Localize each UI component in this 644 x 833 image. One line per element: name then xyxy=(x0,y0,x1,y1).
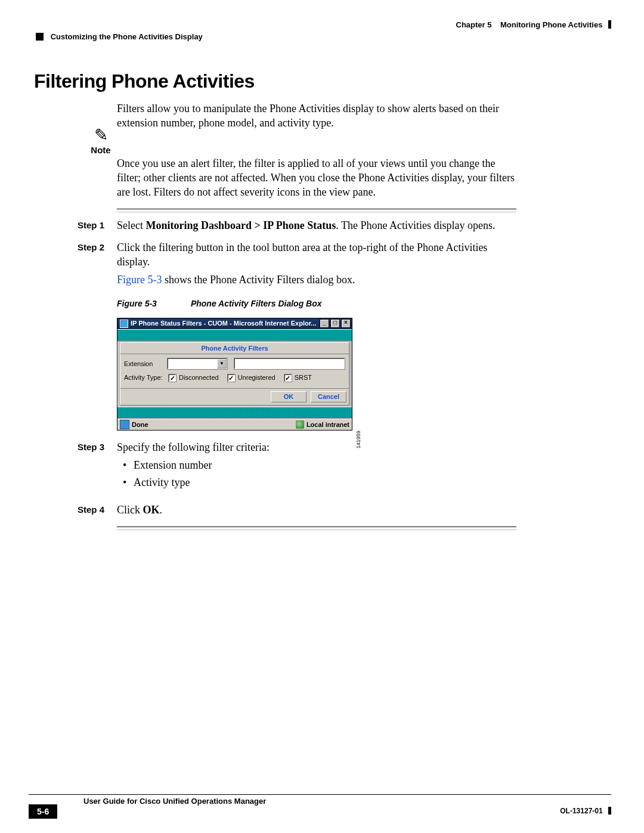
header-bar-icon xyxy=(608,20,611,29)
footer-page-number: 5-6 xyxy=(29,804,57,819)
note-text: Once you use an alert filter, the filter… xyxy=(117,156,516,200)
step-body: Click the filtering button in the tool b… xyxy=(117,240,516,433)
list-item: Activity type xyxy=(134,475,516,490)
dialog-button-row: OK Cancel xyxy=(120,389,349,405)
header-chapter: Chapter 5 Monitoring Phone Activities xyxy=(456,20,611,29)
list-item: Extension number xyxy=(134,458,516,472)
step-text: Click the filtering button in the tool b… xyxy=(117,240,516,270)
doc-number-text: OL-13127-01 xyxy=(560,807,602,815)
status-done: Done xyxy=(132,420,148,429)
step-2: Step 2 Click the filtering button in the… xyxy=(78,240,516,433)
step-text: Click xyxy=(117,504,143,516)
dialog-toolbar-bottom xyxy=(117,407,352,419)
step-text: Specify the following filter criteria: xyxy=(117,441,270,453)
intro-paragraph: Filters allow you to manipulate the Phon… xyxy=(117,101,516,131)
page-title: Filtering Phone Activities xyxy=(34,70,255,92)
step-text: Select xyxy=(117,219,145,231)
note-gutter: ✎ Note xyxy=(86,127,115,155)
extension-label: Extension xyxy=(124,360,167,368)
figure-title: Phone Activity Filters Dialog Box xyxy=(191,299,322,308)
footer-bar-icon xyxy=(608,807,611,815)
step-body: Select Monitoring Dashboard > IP Phone S… xyxy=(117,218,516,233)
intranet-zone-icon xyxy=(296,420,304,429)
step-label: Step 2 xyxy=(78,240,117,433)
step-text: . The Phone Activities display opens. xyxy=(336,219,495,231)
body-column: Filters allow you to manipulate the Phon… xyxy=(117,101,516,532)
step-text: shows the Phone Activity Filters dialog … xyxy=(162,274,355,286)
steps-block: Step 1 Select Monitoring Dashboard > IP … xyxy=(117,218,516,517)
step-1: Step 1 Select Monitoring Dashboard > IP … xyxy=(78,218,516,233)
criteria-list: Extension number Activity type xyxy=(117,458,516,490)
checkbox-unregistered[interactable] xyxy=(227,374,236,382)
status-zone: Local intranet xyxy=(306,420,349,429)
checkbox-srst[interactable] xyxy=(284,374,292,382)
step-text: . xyxy=(160,504,163,516)
chapter-number: Chapter 5 xyxy=(456,20,492,29)
step-bold: OK xyxy=(143,504,160,516)
separator-double-end xyxy=(117,527,516,530)
step-body: Specify the following filter criteria: E… xyxy=(117,440,516,496)
checkbox-disconnected[interactable] xyxy=(168,374,177,382)
note-label: Note xyxy=(86,145,115,155)
dialog-statusbar: Done Local intranet xyxy=(117,419,352,430)
step-label: Step 4 xyxy=(78,503,117,517)
section-title: Customizing the Phone Activities Display xyxy=(51,32,203,41)
extension-combo[interactable] xyxy=(167,358,228,370)
step-bold: Monitoring Dashboard > IP Phone Status xyxy=(145,219,336,231)
page-icon xyxy=(120,420,129,429)
header-section: Customizing the Phone Activities Display xyxy=(36,32,203,41)
chapter-title: Monitoring Phone Activities xyxy=(500,20,602,29)
cancel-button[interactable]: Cancel xyxy=(311,391,346,402)
dialog-title-text: IP Phone Status Filters - CUOM - Microso… xyxy=(131,319,318,328)
activity-type-label: Activity Type: xyxy=(124,373,167,382)
figure-caption: Figure 5-3 Phone Activity Filters Dialog… xyxy=(117,298,516,309)
ie-icon xyxy=(120,320,128,328)
square-bullet-icon xyxy=(36,33,44,41)
close-button[interactable]: × xyxy=(341,319,351,328)
activity-type-row: Activity Type: Disconnected Unregistered… xyxy=(124,373,345,382)
ie-dialog-window: IP Phone Status Filters - CUOM - Microso… xyxy=(117,318,352,431)
minimize-button[interactable]: _ xyxy=(320,319,329,328)
separator-double xyxy=(117,209,516,212)
checkbox-label: Disconnected xyxy=(179,373,219,382)
dialog-subheader: Phone Activity Filters xyxy=(120,342,349,355)
step-4: Step 4 Click OK. xyxy=(78,503,516,517)
dialog-titlebar: IP Phone Status Filters - CUOM - Microso… xyxy=(117,318,352,329)
document-page: Chapter 5 Monitoring Phone Activities Cu… xyxy=(0,0,644,833)
extension-text-input[interactable] xyxy=(234,358,345,370)
footer-guide-title: User Guide for Cisco Unified Operations … xyxy=(83,797,266,806)
extension-row: Extension xyxy=(124,358,345,370)
step-3: Step 3 Specify the following filter crit… xyxy=(78,440,516,496)
ok-button[interactable]: OK xyxy=(271,391,306,402)
checkbox-label: Unregistered xyxy=(238,373,275,382)
checkbox-label: SRST xyxy=(295,373,312,382)
maximize-button[interactable]: □ xyxy=(330,319,340,328)
step-body: Click OK. xyxy=(117,503,516,517)
step-label: Step 1 xyxy=(78,218,117,233)
footer-doc-number: OL-13127-01 xyxy=(560,807,611,815)
dialog-figure: IP Phone Status Filters - CUOM - Microso… xyxy=(117,318,352,431)
dialog-toolbar xyxy=(117,329,352,341)
figure-number: Figure 5-3 xyxy=(117,298,188,309)
step-text-line2: Figure 5-3 shows the Phone Activity Filt… xyxy=(117,272,516,287)
step-label: Step 3 xyxy=(78,440,117,496)
figure-link[interactable]: Figure 5-3 xyxy=(117,274,162,286)
footer-rule xyxy=(29,794,611,795)
figure-watermark: 141959 xyxy=(355,431,362,448)
note-pencil-icon: ✎ xyxy=(86,127,115,144)
dialog-form: Extension Activity Type: Disconnected xyxy=(120,354,349,389)
